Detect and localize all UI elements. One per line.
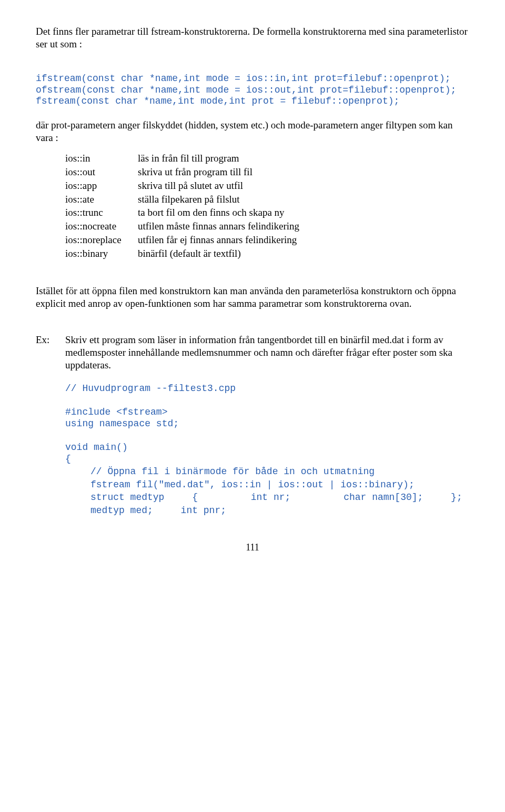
table-row: ios::in läs in från fil till program bbox=[65, 152, 304, 166]
code-line: // Huvudprogram --filtest3.cpp bbox=[65, 383, 469, 395]
code-line: medtyp med; bbox=[65, 505, 153, 517]
mode-key: ios::nocreate bbox=[65, 220, 138, 234]
code-line: { bbox=[167, 492, 198, 504]
mode-desc: binärfil (default är textfil) bbox=[138, 247, 304, 261]
code-line: using namespace std; bbox=[65, 418, 469, 430]
example-block: Ex: Skriv ett program som läser in infor… bbox=[36, 334, 469, 371]
mode-desc: utfilen måste finnas annars felindikerin… bbox=[138, 220, 304, 234]
page-number: 111 bbox=[36, 542, 469, 554]
modes-table: ios::in läs in från fil till program ios… bbox=[65, 152, 304, 260]
code-line: struct medtyp bbox=[65, 492, 164, 504]
mode-key: ios::out bbox=[65, 166, 138, 179]
code-line: ifstream(const char *name,int mode = ios… bbox=[36, 73, 451, 84]
code-line: fstream(const char *name,int mode,int pr… bbox=[36, 96, 399, 106]
mode-desc: ställa filpekaren på filslut bbox=[138, 193, 304, 207]
table-row: ios::out skriva ut från program till fil bbox=[65, 166, 304, 179]
code-line: int nr; bbox=[200, 492, 291, 504]
code-line: void main() bbox=[65, 442, 469, 454]
code-constructors: ifstream(const char *name,int mode = ios… bbox=[36, 62, 469, 107]
paragraph-intro: Det finns fler parametrar till fstream-k… bbox=[36, 25, 469, 51]
table-row: ios::trunc ta bort fil om den finns och … bbox=[65, 206, 304, 220]
mode-desc: ta bort fil om den finns och skapa ny bbox=[138, 206, 304, 220]
table-row: ios::binary binärfil (default är textfil… bbox=[65, 247, 304, 261]
code-line: fstream fil("med.dat", ios::in | ios::ou… bbox=[65, 479, 415, 491]
table-row: ios::ate ställa filpekaren på filslut bbox=[65, 193, 304, 207]
code-line: char namn[30]; bbox=[293, 492, 423, 504]
table-row: ios::app skriva till på slutet av utfil bbox=[65, 179, 304, 193]
example-text: Skriv ett program som läser in informati… bbox=[65, 334, 469, 371]
paragraph-open: Istället för att öppna filen med konstru… bbox=[36, 285, 469, 310]
code-line: { bbox=[65, 454, 469, 465]
mode-desc: skriva till på slutet av utfil bbox=[138, 179, 304, 193]
mode-key: ios::in bbox=[65, 152, 138, 166]
mode-key: ios::app bbox=[65, 179, 138, 193]
mode-desc: skriva ut från program till fil bbox=[138, 166, 304, 179]
mode-desc: utfilen får ej finnas annars felindikeri… bbox=[138, 234, 304, 247]
mode-key: ios::binary bbox=[65, 247, 138, 261]
mode-key: ios::trunc bbox=[65, 206, 138, 220]
mode-key: ios::ate bbox=[65, 193, 138, 207]
paragraph-modes-intro: där prot-parametern anger filskyddet (hi… bbox=[36, 119, 469, 144]
table-row: ios::nocreate utfilen måste finnas annar… bbox=[65, 220, 304, 234]
code-line: int pnr; bbox=[156, 505, 226, 517]
code-example: // Huvudprogram --filtest3.cpp #include … bbox=[65, 383, 469, 517]
mode-desc: läs in från fil till program bbox=[138, 152, 304, 166]
code-line: ofstream(const char *name,int mode = ios… bbox=[36, 85, 456, 95]
code-line: }; bbox=[426, 492, 462, 504]
example-label: Ex: bbox=[36, 334, 65, 346]
code-line: #include <fstream> bbox=[65, 407, 469, 418]
mode-key: ios::noreplace bbox=[65, 234, 138, 247]
code-line: // Öppna fil i binärmode för både in och… bbox=[65, 466, 375, 478]
table-row: ios::noreplace utfilen får ej finnas ann… bbox=[65, 234, 304, 247]
